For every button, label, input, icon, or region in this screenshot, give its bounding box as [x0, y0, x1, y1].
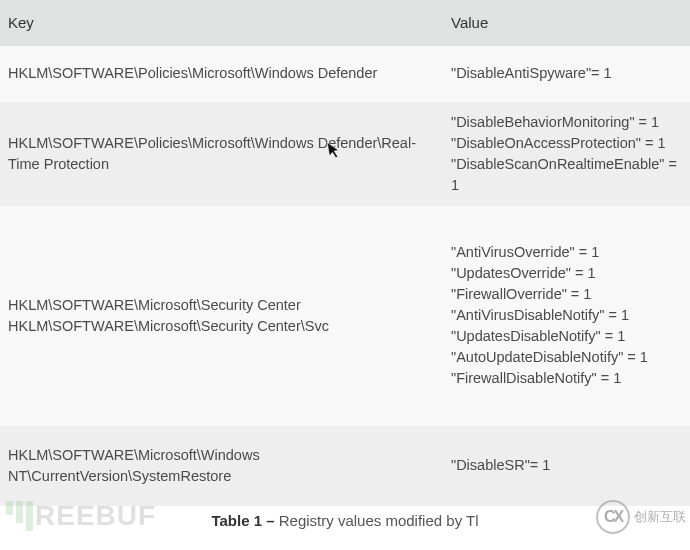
table-row: HKLM\SOFTWARE\Microsoft\Windows NT\Curre… [0, 426, 690, 506]
key-cell: HKLM\SOFTWARE\Microsoft\Windows NT\Curre… [0, 426, 443, 506]
value-text: "DisableOnAccessProtection" = 1 [451, 133, 682, 154]
table-row: HKLM\SOFTWARE\Policies\Microsoft\Windows… [0, 102, 690, 206]
value-text: "DisableSR"= 1 [451, 455, 682, 476]
caption-text: Registry values modified by Tl [279, 512, 479, 529]
value-cell: "DisableBehaviorMonitoring" = 1"DisableO… [443, 102, 690, 206]
registry-table: Key Value HKLM\SOFTWARE\Policies\Microso… [0, 0, 690, 506]
header-key: Key [0, 0, 443, 46]
table-row: HKLM\SOFTWARE\Microsoft\Security CenterH… [0, 206, 690, 426]
value-text: "DisableScanOnRealtimeEnable" = 1 [451, 154, 682, 196]
value-text: "FirewallOverride" = 1 [451, 284, 682, 305]
value-text: "UpdatesOverride" = 1 [451, 263, 682, 284]
value-text: "FirewallDisableNotify" = 1 [451, 368, 682, 389]
key-text: HKLM\SOFTWARE\Microsoft\Security Center [8, 295, 435, 316]
key-cell: HKLM\SOFTWARE\Policies\Microsoft\Windows… [0, 102, 443, 206]
value-text: "AntiVirusOverride" = 1 [451, 242, 682, 263]
key-text: HKLM\SOFTWARE\Microsoft\Windows NT\Curre… [8, 445, 435, 487]
table-header-row: Key Value [0, 0, 690, 46]
value-text: "AutoUpdateDisableNotify" = 1 [451, 347, 682, 368]
key-text: HKLM\SOFTWARE\Policies\Microsoft\Windows… [8, 63, 435, 84]
table-caption: Table 1 – Registry values modified by Tl [0, 506, 690, 529]
value-text: "UpdatesDisableNotify" = 1 [451, 326, 682, 347]
key-cell: HKLM\SOFTWARE\Policies\Microsoft\Windows… [0, 46, 443, 102]
value-text: "DisableAntiSpyware"= 1 [451, 63, 682, 84]
value-cell: "DisableAntiSpyware"= 1 [443, 46, 690, 102]
key-cell: HKLM\SOFTWARE\Microsoft\Security CenterH… [0, 206, 443, 426]
value-cell: "DisableSR"= 1 [443, 426, 690, 506]
key-text: HKLM\SOFTWARE\Policies\Microsoft\Windows… [8, 133, 435, 175]
key-text: HKLM\SOFTWARE\Microsoft\Security Center\… [8, 316, 435, 337]
value-cell: "AntiVirusOverride" = 1"UpdatesOverride"… [443, 206, 690, 426]
header-value: Value [443, 0, 690, 46]
value-text: "AntiVirusDisableNotify" = 1 [451, 305, 682, 326]
table-row: HKLM\SOFTWARE\Policies\Microsoft\Windows… [0, 46, 690, 102]
caption-label: Table 1 – [211, 512, 278, 529]
value-text: "DisableBehaviorMonitoring" = 1 [451, 112, 682, 133]
